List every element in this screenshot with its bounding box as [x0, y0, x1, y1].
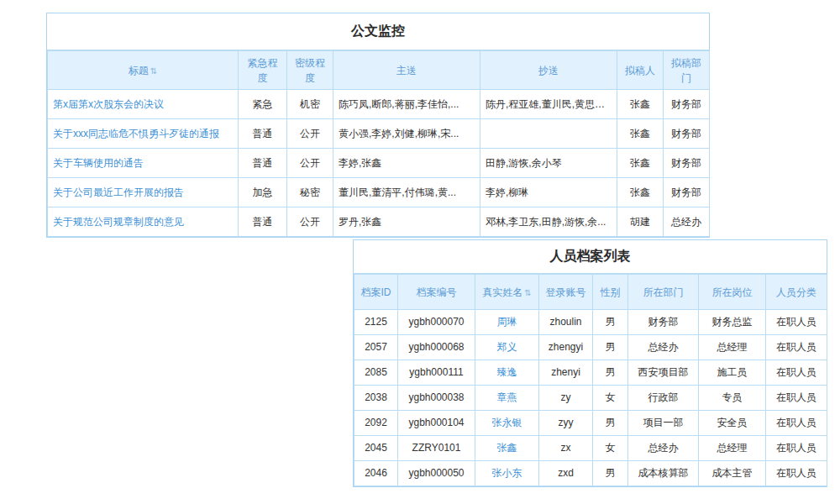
col-header-draft-dept: 拟稿部门 [664, 51, 710, 90]
cell-drafter: 张鑫 [617, 149, 664, 178]
col-header-title[interactable]: 标题⇅ [48, 51, 239, 90]
cell-draft-dept: 财务部 [664, 119, 710, 149]
cell-login-account: zhenyi [539, 360, 593, 386]
table-row: 关于车辆使用的通告 普通 公开 李婷,张鑫 田静,游恢,余小琴 张鑫 财务部 [48, 149, 710, 178]
table-row: 关于xxx同志临危不惧勇斗歹徒的通报 普通 公开 黄小强,李婷,刘健,柳琳,宋.… [48, 119, 710, 149]
cell-security: 公开 [287, 149, 333, 178]
col-header-title-label: 标题 [129, 65, 149, 76]
cell-position: 总经理 [699, 436, 766, 461]
cell-cc: 陈丹,程亚雄,董川民,黄思璐... [480, 90, 617, 119]
table-row: 2038 ygbh000038 章燕 zy 女 行政部 专员 在职人员 [354, 386, 827, 411]
cell-archive-id: 2038 [354, 386, 398, 411]
cell-position: 财务总监 [699, 310, 766, 335]
cell-position: 专员 [699, 386, 766, 411]
col-header-main-send: 主送 [333, 51, 480, 90]
table-row: 2125 ygbh000070 周琳 zhoulin 男 财务部 财务总监 在职… [354, 310, 827, 335]
col-header-department: 所在部门 [628, 275, 699, 310]
cell-cc: 李婷,柳琳 [480, 178, 617, 207]
doc-title-link[interactable]: 第x届第x次股东会的决议 [53, 98, 164, 110]
col-header-real-name[interactable]: 真实姓名⇅ [475, 275, 539, 310]
real-name-link[interactable]: 郑义 [497, 341, 517, 353]
col-header-archive-id: 档案ID [354, 275, 398, 310]
table-row: 2092 ygbh000104 张永银 zyy 男 项目一部 安全员 在职人员 [354, 411, 827, 436]
doc-title-link[interactable]: 关于公司最近工作开展的报告 [53, 186, 184, 198]
document-monitor-panel: 公文监控 标题⇅ 紧急程度 密级程度 主送 抄送 拟稿人 拟稿部门 第x届第x次… [46, 13, 710, 238]
real-name-link[interactable]: 臻逸 [497, 366, 517, 378]
cell-department: 总经办 [628, 335, 699, 360]
cell-drafter: 张鑫 [617, 119, 664, 149]
cell-draft-dept: 财务部 [664, 90, 710, 119]
cell-department: 成本核算部 [628, 461, 699, 486]
cell-position: 成本主管 [699, 461, 766, 486]
real-name-link[interactable]: 张小东 [492, 467, 522, 479]
cell-category: 在职人员 [766, 411, 827, 436]
sort-icon[interactable]: ⇅ [150, 66, 157, 76]
cell-gender: 男 [593, 411, 628, 436]
cell-archive-id: 2057 [354, 335, 398, 360]
cell-gender: 男 [593, 335, 628, 360]
table-row: 关于规范公司规章制度的意见 普通 公开 罗丹,张鑫 邓林,李卫东,田静,游恢,余… [48, 207, 710, 237]
col-header-security: 密级程度 [287, 51, 333, 90]
doc-title-link[interactable]: 关于规范公司规章制度的意见 [53, 216, 184, 228]
cell-position: 施工员 [699, 360, 766, 386]
cell-login-account: zhengyi [539, 335, 593, 360]
table-row: 第x届第x次股东会的决议 紧急 机密 陈巧凤,断郎,蒋丽,李佳怡,... 陈丹,… [48, 90, 710, 119]
real-name-link[interactable]: 周琳 [497, 316, 517, 328]
real-name-link[interactable]: 章燕 [497, 391, 517, 403]
col-header-urgency: 紧急程度 [239, 51, 287, 90]
cell-gender: 女 [593, 436, 628, 461]
cell-archive-id: 2085 [354, 360, 398, 386]
cell-urgency: 紧急 [239, 90, 287, 119]
cell-cc: 邓林,李卫东,田静,游恢,余... [480, 207, 617, 237]
cell-archive-no: ZZRY0101 [398, 436, 475, 461]
real-name-link[interactable]: 张鑫 [497, 442, 517, 454]
cell-urgency: 普通 [239, 207, 287, 237]
table-row: 2057 ygbh000068 郑义 zhengyi 男 总经办 总经理 在职人… [354, 335, 827, 360]
cell-title: 关于xxx同志临危不惧勇斗歹徒的通报 [48, 119, 239, 149]
sort-icon[interactable]: ⇅ [524, 288, 531, 297]
doc-table: 标题⇅ 紧急程度 密级程度 主送 抄送 拟稿人 拟稿部门 第x届第x次股东会的决… [47, 50, 710, 237]
col-header-gender: 性别 [593, 275, 628, 310]
cell-category: 在职人员 [766, 310, 827, 335]
cell-category: 在职人员 [766, 386, 827, 411]
col-header-drafter: 拟稿人 [617, 51, 664, 90]
cell-archive-id: 2046 [354, 461, 398, 486]
cell-security: 公开 [287, 207, 333, 237]
cell-real-name: 张小东 [475, 461, 539, 486]
cell-main-send: 陈巧凤,断郎,蒋丽,李佳怡,... [333, 90, 480, 119]
personnel-archive-panel: 人员档案列表 档案ID 档案编号 真实姓名⇅ 登录账号 性别 所在部门 所在岗位… [353, 239, 827, 487]
cell-main-send: 黄小强,李婷,刘健,柳琳,宋... [333, 119, 480, 149]
cell-security: 公开 [287, 119, 333, 149]
doc-title-link[interactable]: 关于车辆使用的通告 [53, 157, 144, 169]
cell-real-name: 张鑫 [475, 436, 539, 461]
cell-title: 关于规范公司规章制度的意见 [48, 207, 239, 237]
doc-table-title: 公文监控 [47, 13, 709, 50]
cell-main-send: 罗丹,张鑫 [333, 207, 480, 237]
doc-title-link[interactable]: 关于xxx同志临危不惧勇斗歹徒的通报 [53, 128, 219, 139]
col-header-archive-no: 档案编号 [398, 275, 475, 310]
cell-archive-id: 2125 [354, 310, 398, 335]
col-header-position: 所在岗位 [699, 275, 766, 310]
cell-real-name: 章燕 [475, 386, 539, 411]
cell-department: 总经办 [628, 436, 699, 461]
cell-archive-no: ygbh000038 [398, 386, 475, 411]
cell-drafter: 胡建 [617, 207, 664, 237]
cell-login-account: zhoulin [539, 310, 593, 335]
cell-cc: 田静,游恢,余小琴 [480, 149, 617, 178]
cell-main-send: 李婷,张鑫 [333, 149, 480, 178]
cell-gender: 女 [593, 386, 628, 411]
cell-department: 行政部 [628, 386, 699, 411]
cell-login-account: zyy [539, 411, 593, 436]
col-header-cc: 抄送 [480, 51, 617, 90]
cell-draft-dept: 财务部 [664, 178, 710, 207]
col-header-real-name-label: 真实姓名 [482, 286, 522, 298]
cell-department: 项目一部 [628, 411, 699, 436]
real-name-link[interactable]: 张永银 [492, 417, 522, 428]
cell-real-name: 周琳 [475, 310, 539, 335]
cell-department: 西安项目部 [628, 360, 699, 386]
cell-title: 关于车辆使用的通告 [48, 149, 239, 178]
cell-category: 在职人员 [766, 461, 827, 486]
cell-archive-no: ygbh000050 [398, 461, 475, 486]
cell-category: 在职人员 [766, 360, 827, 386]
col-header-category: 人员分类 [766, 275, 827, 310]
